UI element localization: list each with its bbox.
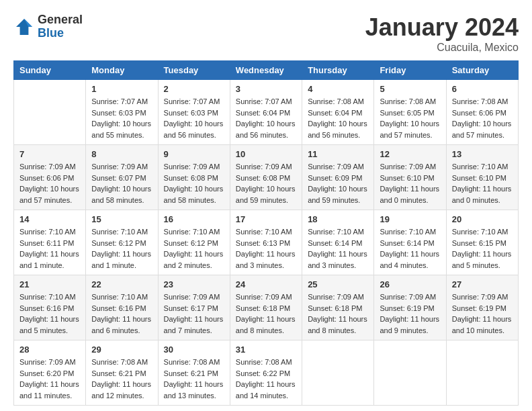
day-number: 30 [164,345,224,355]
day-info: Sunrise: 7:09 AMSunset: 6:17 PMDaylight:… [164,291,224,336]
day-cell: 25Sunrise: 7:09 AMSunset: 6:18 PMDayligh… [302,275,374,340]
day-cell: 14Sunrise: 7:10 AMSunset: 6:11 PMDayligh… [14,210,86,275]
day-cell: 3Sunrise: 7:07 AMSunset: 6:04 PMDaylight… [230,80,302,145]
month-title: January 2024 [365,13,519,42]
header-cell-sunday: Sunday [14,61,86,80]
day-number: 7 [19,149,80,159]
day-cell: 6Sunrise: 7:08 AMSunset: 6:06 PMDaylight… [446,80,518,145]
day-cell: 30Sunrise: 7:08 AMSunset: 6:21 PMDayligh… [158,340,230,406]
day-cell: 15Sunrise: 7:10 AMSunset: 6:12 PMDayligh… [86,210,158,275]
day-info: Sunrise: 7:08 AMSunset: 6:05 PMDaylight:… [380,96,440,140]
day-number: 4 [308,84,368,94]
day-cell [14,80,86,145]
day-info: Sunrise: 7:10 AMSunset: 6:11 PMDaylight:… [19,226,80,271]
day-info: Sunrise: 7:09 AMSunset: 6:20 PMDaylight:… [19,357,80,401]
day-info: Sunrise: 7:10 AMSunset: 6:10 PMDaylight:… [452,161,513,205]
week-row-2: 7Sunrise: 7:09 AMSunset: 6:06 PMDaylight… [14,145,519,210]
day-number: 3 [236,84,296,94]
logo-text: General Blue [38,13,83,40]
day-cell: 1Sunrise: 7:07 AMSunset: 6:03 PMDaylight… [86,80,158,145]
day-cell: 5Sunrise: 7:08 AMSunset: 6:05 PMDaylight… [374,80,446,145]
day-cell [302,340,374,406]
day-info: Sunrise: 7:10 AMSunset: 6:12 PMDaylight:… [91,226,152,271]
title-block: January 2024 Cuacuila, Mexico [365,13,519,54]
day-cell: 13Sunrise: 7:10 AMSunset: 6:10 PMDayligh… [446,145,518,210]
day-info: Sunrise: 7:10 AMSunset: 6:14 PMDaylight:… [308,226,368,271]
day-number: 27 [452,279,513,289]
header-cell-thursday: Thursday [302,61,374,80]
day-cell: 21Sunrise: 7:10 AMSunset: 6:16 PMDayligh… [14,275,86,340]
day-number: 16 [164,214,224,224]
day-number: 19 [380,214,440,224]
day-cell: 12Sunrise: 7:09 AMSunset: 6:10 PMDayligh… [374,145,446,210]
day-cell: 22Sunrise: 7:10 AMSunset: 6:16 PMDayligh… [86,275,158,340]
header-cell-wednesday: Wednesday [230,61,302,80]
day-info: Sunrise: 7:10 AMSunset: 6:15 PMDaylight:… [452,226,513,271]
day-info: Sunrise: 7:09 AMSunset: 6:10 PMDaylight:… [380,161,440,205]
day-info: Sunrise: 7:10 AMSunset: 6:16 PMDaylight:… [19,291,80,336]
location-subtitle: Cuacuila, Mexico [365,42,519,54]
day-info: Sunrise: 7:09 AMSunset: 6:19 PMDaylight:… [452,291,513,336]
day-number: 29 [91,345,152,355]
day-cell: 10Sunrise: 7:09 AMSunset: 6:08 PMDayligh… [230,145,302,210]
day-info: Sunrise: 7:07 AMSunset: 6:03 PMDaylight:… [164,96,224,140]
day-number: 17 [236,214,296,224]
day-info: Sunrise: 7:10 AMSunset: 6:13 PMDaylight:… [236,226,296,271]
day-number: 9 [164,149,224,159]
day-number: 8 [91,149,152,159]
logo: General Blue [13,13,83,40]
day-number: 22 [91,279,152,289]
week-row-3: 14Sunrise: 7:10 AMSunset: 6:11 PMDayligh… [14,210,519,275]
day-number: 21 [19,279,80,289]
day-number: 24 [236,279,296,289]
day-cell [374,340,446,406]
calendar-body: 1Sunrise: 7:07 AMSunset: 6:03 PMDaylight… [14,80,519,406]
day-number: 23 [164,279,224,289]
day-number: 28 [19,345,80,355]
day-info: Sunrise: 7:09 AMSunset: 6:07 PMDaylight:… [91,161,152,205]
day-number: 25 [308,279,368,289]
day-number: 15 [91,214,152,224]
week-row-5: 28Sunrise: 7:09 AMSunset: 6:20 PMDayligh… [14,340,519,406]
day-cell: 29Sunrise: 7:08 AMSunset: 6:21 PMDayligh… [86,340,158,406]
day-info: Sunrise: 7:08 AMSunset: 6:04 PMDaylight:… [308,96,368,140]
day-cell: 7Sunrise: 7:09 AMSunset: 6:06 PMDaylight… [14,145,86,210]
day-info: Sunrise: 7:07 AMSunset: 6:04 PMDaylight:… [236,96,296,140]
day-number: 2 [164,84,224,94]
header-cell-friday: Friday [374,61,446,80]
day-number: 6 [452,84,513,94]
day-info: Sunrise: 7:10 AMSunset: 6:12 PMDaylight:… [164,226,224,271]
week-row-4: 21Sunrise: 7:10 AMSunset: 6:16 PMDayligh… [14,275,519,340]
day-number: 31 [236,345,296,355]
day-cell: 2Sunrise: 7:07 AMSunset: 6:03 PMDaylight… [158,80,230,145]
day-info: Sunrise: 7:09 AMSunset: 6:18 PMDaylight:… [308,291,368,336]
day-cell [446,340,518,406]
page-header: General Blue January 2024 Cuacuila, Mexi… [13,13,519,54]
day-info: Sunrise: 7:07 AMSunset: 6:03 PMDaylight:… [91,96,152,140]
header-cell-tuesday: Tuesday [158,61,230,80]
calendar-table: SundayMondayTuesdayWednesdayThursdayFrid… [13,60,519,406]
day-number: 10 [236,149,296,159]
day-cell: 16Sunrise: 7:10 AMSunset: 6:12 PMDayligh… [158,210,230,275]
header-cell-saturday: Saturday [446,61,518,80]
day-info: Sunrise: 7:08 AMSunset: 6:22 PMDaylight:… [236,357,296,401]
day-info: Sunrise: 7:08 AMSunset: 6:21 PMDaylight:… [91,357,152,401]
header-row: SundayMondayTuesdayWednesdayThursdayFrid… [14,61,519,80]
day-number: 1 [91,84,152,94]
day-info: Sunrise: 7:09 AMSunset: 6:09 PMDaylight:… [308,161,368,205]
calendar-header: SundayMondayTuesdayWednesdayThursdayFrid… [14,61,519,80]
day-info: Sunrise: 7:08 AMSunset: 6:21 PMDaylight:… [164,357,224,401]
day-cell: 20Sunrise: 7:10 AMSunset: 6:15 PMDayligh… [446,210,518,275]
day-cell: 9Sunrise: 7:09 AMSunset: 6:08 PMDaylight… [158,145,230,210]
day-cell: 17Sunrise: 7:10 AMSunset: 6:13 PMDayligh… [230,210,302,275]
day-number: 13 [452,149,513,159]
day-number: 5 [380,84,440,94]
logo-general-text: General [38,13,83,27]
day-cell: 8Sunrise: 7:09 AMSunset: 6:07 PMDaylight… [86,145,158,210]
day-number: 12 [380,149,440,159]
day-number: 20 [452,214,513,224]
logo-blue-text: Blue [38,27,83,40]
day-info: Sunrise: 7:09 AMSunset: 6:18 PMDaylight:… [236,291,296,336]
day-number: 11 [308,149,368,159]
day-info: Sunrise: 7:09 AMSunset: 6:19 PMDaylight:… [380,291,440,336]
